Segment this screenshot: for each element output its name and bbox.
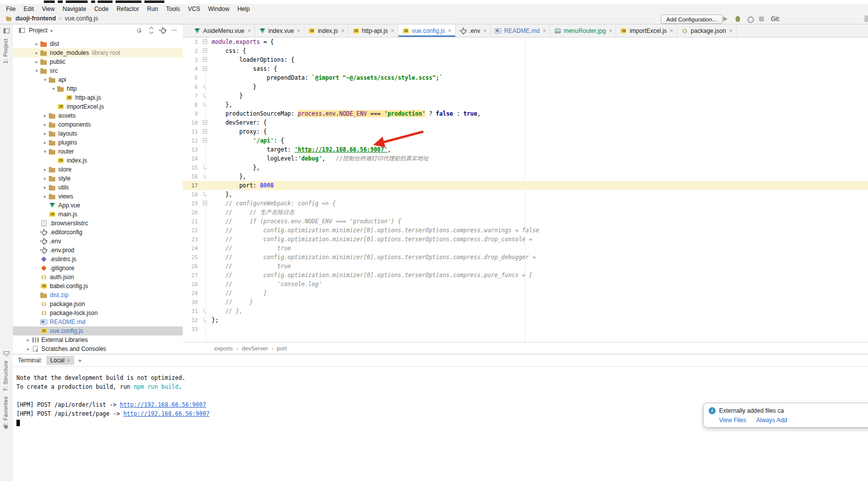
tree-item-babel-config-js[interactable]: babel.config.js [13,282,183,291]
tree-item-importexcel-js[interactable]: importExcel.js [13,102,183,111]
breadcrumb-exports[interactable]: exports [214,345,233,351]
code-line-21[interactable]: 21 // if (process.env.NODE_ENV === 'prod… [183,217,868,226]
tab-close-icon[interactable] [608,27,612,34]
code-line-24[interactable]: 24 // true [183,244,868,253]
code-line-5[interactable]: 5 prependData: `@import "~@/assets/scss/… [183,73,868,82]
chevron-right-icon[interactable] [33,41,40,46]
fold-start-icon[interactable] [202,118,210,127]
tab-close-icon[interactable] [728,27,733,34]
code-line-27[interactable]: 27 // config.optimization.minimizer[0].o… [183,271,868,280]
tab-close-icon[interactable] [669,27,673,34]
code-line-6[interactable]: 6 } [183,82,868,91]
code-line-19[interactable]: 19 // configureWebpack: config => { [183,199,868,208]
tree-item-layouts[interactable]: layouts [13,129,183,138]
menu-navigate[interactable]: Navigate [59,4,90,13]
code-line-4[interactable]: 4 sass: { [183,64,868,73]
fold-end-icon[interactable] [202,82,210,91]
run-icon[interactable] [723,16,728,21]
code-area[interactable]: 1module.exports = {2 css: {3 loaderOptio… [183,37,868,342]
project-panel-title[interactable]: Project [29,27,47,34]
chevron-down-icon[interactable] [42,77,48,82]
tree-item-http[interactable]: http [13,84,183,93]
menu-file[interactable]: File [2,4,19,13]
chevron-down-icon[interactable] [42,149,48,154]
code-line-1[interactable]: 1module.exports = { [183,37,868,46]
code-line-14[interactable]: 14 logLevel:'debug', //控制台终端打印代理前的真实地址 [183,154,868,163]
code-line-13[interactable]: 13 target: 'http://192.168.66.56:9007', [183,145,868,154]
editor-tab-readme-md[interactable]: README.md [491,24,550,37]
tree-item-app-vue[interactable]: App.vue [13,201,183,210]
editor-tab-index-vue[interactable]: index.vue [255,24,304,37]
tab-close-icon[interactable] [447,27,452,34]
chevron-down-icon[interactable] [50,86,57,91]
tree-item-dist-zip[interactable]: dist.zip [13,291,183,300]
tree-item-components[interactable]: components [13,120,183,129]
chevron-right-icon[interactable] [42,113,48,118]
editor-tab-menurouter-jpg[interactable]: menuRouter.jpg [550,24,617,37]
tab-close-icon[interactable] [340,27,345,34]
editor-tab-http-api-js[interactable]: http-api.js [349,24,398,37]
tab-close-icon[interactable] [247,27,251,34]
code-line-3[interactable]: 3 loaderOptions: { [183,55,868,64]
panel-settings-gear-icon[interactable] [159,26,167,34]
tree-item-router[interactable]: router [13,147,183,156]
code-line-33[interactable]: 33 [183,324,868,333]
chevron-right-icon[interactable] [33,50,40,55]
code-line-31[interactable]: 31 // }, [183,307,868,316]
menu-code[interactable]: Code [90,4,113,13]
chevron-down-icon[interactable] [33,68,40,73]
fold-start-icon[interactable] [202,55,210,64]
editor-tab-env[interactable]: .env [456,24,491,37]
tab-close-icon[interactable] [482,27,487,34]
editor-tab-package-json[interactable]: package.json [677,24,737,37]
fold-end-icon[interactable] [202,316,210,324]
editor-tab-asidemenu-vue[interactable]: AsideMenu.vue [190,24,255,37]
locate-file-icon[interactable] [135,26,144,35]
code-line-11[interactable]: 11 proxy: { [183,127,868,136]
fold-start-icon[interactable] [202,136,210,145]
chevron-right-icon[interactable] [42,176,48,181]
tab-close-icon[interactable] [296,27,300,34]
tree-item-index-js[interactable]: index.js [13,156,183,165]
chevron-right-icon[interactable] [25,346,31,351]
close-icon[interactable] [67,357,70,364]
tree-item-editorconfig[interactable]: .editorconfig [13,228,183,237]
fold-end-icon[interactable] [202,163,210,172]
navbar-file[interactable]: vue.config.js [64,15,99,22]
fold-end-icon[interactable] [202,307,210,316]
tree-item-style[interactable]: style [13,174,183,183]
chevron-right-icon[interactable] [42,194,48,199]
stripe-favorites-button[interactable]: 2: Favorites [2,396,8,427]
fold-end-icon[interactable] [202,100,210,109]
tree-item-assets[interactable]: assets [13,111,183,120]
fav-star-icon[interactable]: ★ [3,423,9,431]
code-line-20[interactable]: 20 // // 生产去除日志 [183,208,868,217]
tree-item-browserslistrc[interactable]: .browserslistrc [13,219,183,228]
tree-item-api[interactable]: api [13,75,183,84]
tree-item-plugins[interactable]: plugins [13,138,183,147]
add-configuration-button[interactable]: Add Configuration... [661,14,723,24]
code-line-32[interactable]: 32}; [183,316,868,324]
fold-start-icon[interactable] [202,199,210,208]
menu-view[interactable]: View [38,4,59,13]
tree-item-scratches-and-consoles[interactable]: Scratches and Consoles [13,344,183,353]
tree-item-auth-json[interactable]: auth.json [13,273,183,282]
code-line-23[interactable]: 23 // config.optimization.minimizer[0].o… [183,235,868,244]
chevron-right-icon[interactable] [42,167,48,172]
code-line-18[interactable]: 18 }, [183,190,868,199]
tree-item-env[interactable]: .env [13,237,183,246]
chevron-down-icon[interactable] [50,27,53,34]
tree-item-main-js[interactable]: main.js [13,210,183,219]
stripe-project-button[interactable]: 1: Project [2,38,8,63]
chevron-right-icon[interactable] [33,59,40,64]
menu-tools[interactable]: Tools [162,4,184,13]
git-branch-widget[interactable]: Git: [771,15,780,22]
code-line-15[interactable]: 15 }, [183,163,868,172]
fold-end-icon[interactable] [202,91,210,100]
tree-item-eslintrc-js[interactable]: .eslintrc.js [13,255,183,264]
code-line-29[interactable]: 29 // ] [183,289,868,298]
menu-window[interactable]: Window [204,4,234,13]
code-line-16[interactable]: 16 }, [183,172,868,181]
chevron-right-icon[interactable] [42,185,48,190]
tree-item-readme-md[interactable]: README.md [13,318,183,326]
